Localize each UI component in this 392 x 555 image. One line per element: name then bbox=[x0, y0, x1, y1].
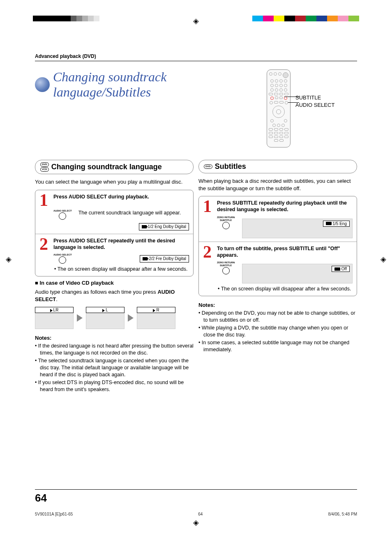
vcd-box-lr: LR bbox=[35, 307, 74, 329]
audio-icon bbox=[143, 257, 148, 260]
subtitle-icon bbox=[334, 267, 340, 271]
color-bars-left bbox=[33, 16, 99, 21]
disc-badge-dvd-vcd: DVD VCD bbox=[40, 162, 49, 172]
step1-title-left: Press AUDIO SELECT during playback. bbox=[53, 193, 149, 207]
remote-diagram: SUBTITLE AUDIO SELECT bbox=[267, 69, 357, 152]
vcd-heading: In case of Video CD playback bbox=[35, 280, 194, 286]
footer-date: 8/4/06, 5:48 PM bbox=[328, 512, 357, 516]
remote-outline bbox=[267, 69, 291, 147]
page-title: Changing soundtrack language/Subtitles bbox=[35, 69, 267, 100]
remote-label-subtitle: SUBTITLE bbox=[295, 94, 334, 101]
section-label: Advanced playback (DVD) bbox=[35, 53, 357, 61]
notes-list-right: Depending on the DVD, you may not be abl… bbox=[198, 310, 357, 353]
footer-meta: 5V90101A [E]p61-65 64 8/4/06, 5:48 PM bbox=[0, 512, 392, 516]
screen-preview-1: 1/5 Eng bbox=[242, 219, 353, 238]
note-item: If the desired language is not heard aft… bbox=[35, 343, 194, 357]
heading-text-right: Subtitles bbox=[215, 162, 246, 171]
subtitle-icon bbox=[326, 222, 332, 225]
step2-note-right: The on screen display will disappear aft… bbox=[203, 286, 353, 292]
left-intro: You can select the language when you pla… bbox=[35, 178, 194, 186]
arrow-right-icon bbox=[128, 314, 134, 322]
right-intro: When playing back a disc recorded with s… bbox=[198, 177, 357, 192]
note-item: Depending on the DVD, you may not be abl… bbox=[198, 310, 357, 324]
notes-title-right: Notes: bbox=[198, 302, 357, 308]
title-bullet-icon bbox=[35, 77, 50, 92]
left-column: DVD VCD Changing soundtrack language You… bbox=[35, 160, 194, 394]
note-item: If you select DTS in playing DTS-encoded… bbox=[35, 379, 194, 393]
disc-badge-dvd: DVD bbox=[204, 164, 212, 169]
osd-display-1: 1/2 Eng Dolby Digital bbox=[139, 223, 189, 230]
audio-select-button-icon-2: AUDIO SELECT bbox=[53, 253, 72, 264]
registration-mark-left: ◈ bbox=[6, 255, 12, 264]
page-num-rule bbox=[35, 489, 357, 490]
registration-mark-right: ◈ bbox=[380, 255, 386, 264]
subtitle-button-icon: ZERO RETURN SUBTITLE bbox=[217, 216, 235, 229]
step1-title-right: Press SUBTITLE repeatedly during playbac… bbox=[217, 200, 353, 214]
vcd-box-r: R bbox=[137, 307, 175, 329]
remote-label-audio-select: AUDIO SELECT bbox=[295, 101, 334, 109]
right-column: DVD Subtitles When playing back a disc r… bbox=[198, 160, 357, 394]
vcd-diagram: LR L R bbox=[35, 307, 194, 329]
arrow-right-icon bbox=[77, 314, 83, 322]
step2-title-left: Press AUDIO SELECT repeatedly until the … bbox=[53, 237, 189, 251]
vcd-intro: Audio type changes as follows each time … bbox=[35, 288, 194, 303]
registration-mark-bottom: ◈ bbox=[0, 518, 392, 527]
color-bars-right bbox=[252, 16, 359, 21]
subtitle-button-icon-2: ZERO RETURN SUBTITLE bbox=[217, 261, 235, 274]
screen-preview-2: Off bbox=[242, 264, 353, 283]
page-title-text: Changing soundtrack language/Subtitles bbox=[53, 69, 267, 100]
notes-list-left: If the desired language is not heard aft… bbox=[35, 343, 194, 393]
step-num-1: 1 bbox=[39, 193, 51, 207]
notes-title-left: Notes: bbox=[35, 335, 194, 341]
note-item: While playing a DVD, the subtitle may ch… bbox=[198, 325, 357, 339]
heading-subtitles: DVD Subtitles bbox=[198, 160, 357, 173]
page-number: 64 bbox=[35, 492, 47, 504]
heading-changing-soundtrack: DVD VCD Changing soundtrack language bbox=[35, 160, 194, 174]
footer-center: 64 bbox=[198, 512, 203, 516]
note-item: The selected soundtrack language is canc… bbox=[35, 357, 194, 378]
step2-note-left: The on screen display will disappear aft… bbox=[39, 266, 189, 272]
footer-file: 5V90101A [E]p61-65 bbox=[35, 512, 73, 516]
registration-mark-top: ◈ bbox=[193, 16, 199, 25]
audio-select-button-icon: AUDIO SELECT bbox=[53, 210, 72, 220]
osd-subtitle-off: Off bbox=[332, 266, 350, 272]
print-marks-top: ◈ bbox=[0, 12, 392, 37]
step-num-2-right: 2 bbox=[203, 245, 214, 259]
vcd-box-l: L bbox=[86, 307, 125, 329]
note-item: In some cases, a selected subtitle langu… bbox=[198, 339, 357, 353]
heading-text-left: Changing soundtrack language bbox=[51, 163, 162, 171]
osd-subtitle-1: 1/5 Eng bbox=[323, 221, 350, 227]
step1-body-left: The current soundtrack language will app… bbox=[78, 210, 181, 216]
step2-title-right: To turn off the subtitle, press SUBTITLE… bbox=[217, 245, 353, 259]
audio-icon bbox=[142, 225, 147, 228]
step-num-1-right: 1 bbox=[203, 200, 214, 214]
step-num-2: 2 bbox=[39, 237, 51, 251]
osd-display-2: 2/2 Fre Dolby Digital bbox=[140, 255, 189, 263]
left-steps-box: 1 Press AUDIO SELECT during playback. AU… bbox=[35, 190, 194, 277]
right-steps-box: 1 Press SUBTITLE repeatedly during playb… bbox=[198, 196, 357, 296]
